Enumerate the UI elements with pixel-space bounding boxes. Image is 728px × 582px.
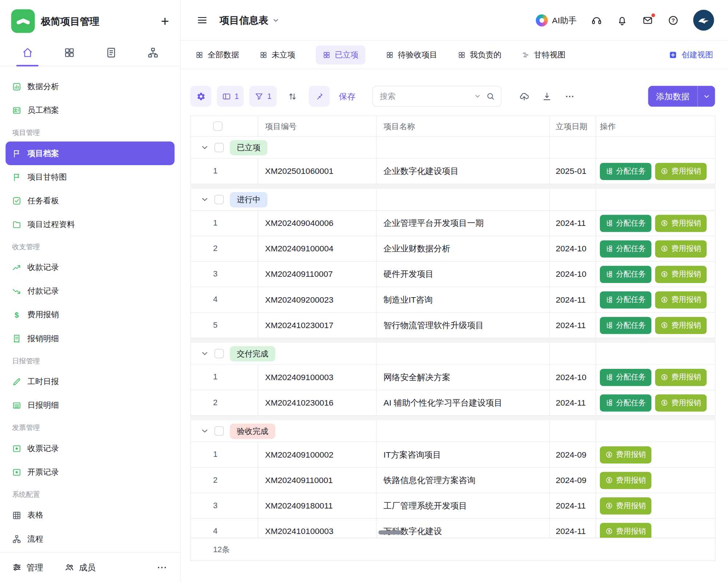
expense-claim-button[interactable]: $费用报销 bbox=[655, 394, 707, 411]
group-header-row[interactable]: 验收完成 bbox=[190, 420, 716, 442]
sidebar-item-16[interactable]: 收票记录 bbox=[5, 436, 174, 460]
table-row[interactable]: 1XM202501060001企业数字化建设项目2025-01分配任务$费用报销 bbox=[190, 159, 716, 184]
assign-task-button[interactable]: 分配任务 bbox=[600, 291, 652, 308]
sidebar-item-4[interactable]: 项目甘特图 bbox=[5, 165, 174, 189]
assign-task-button[interactable]: 分配任务 bbox=[600, 317, 652, 334]
sidebar-item-14[interactable]: 日报明细 bbox=[5, 394, 174, 417]
expense-claim-button[interactable]: $费用报销 bbox=[655, 291, 707, 308]
expense-claim-button[interactable]: $费用报销 bbox=[600, 497, 652, 514]
save-button[interactable]: 保存 bbox=[339, 91, 356, 102]
table-scroll-area[interactable]: 项目编号 项目名称 立项日期 操作 已立项1XM202501060001企业数字… bbox=[190, 116, 716, 538]
sidebar-item-1[interactable]: 员工档案 bbox=[5, 98, 174, 122]
table-row[interactable]: 4XM202410100003万科数字化建设2024-11$费用报销 bbox=[190, 519, 716, 538]
table-row[interactable]: 5XM202410230017智行物流管理软件升级项目2024-11分配任务$费… bbox=[190, 313, 716, 338]
inbox-icon[interactable] bbox=[642, 15, 653, 26]
table-row[interactable]: 2XM202409110001铁路信息化管理方案咨询2024-09$费用报销 bbox=[190, 468, 716, 493]
sidebar-tab-doc[interactable] bbox=[90, 39, 132, 66]
view-tab-0[interactable]: 全部数据 bbox=[195, 49, 239, 60]
sidebar-tab-home[interactable] bbox=[7, 39, 48, 66]
view-tab-4[interactable]: 我负责的 bbox=[458, 49, 502, 60]
sidebar-item-19[interactable]: 表格 bbox=[5, 503, 174, 527]
select-all-checkbox[interactable] bbox=[213, 121, 222, 131]
sidebar-item-8[interactable]: 收款记录 bbox=[5, 256, 174, 279]
import-cloud-icon[interactable] bbox=[519, 91, 529, 101]
group-checkbox[interactable] bbox=[214, 349, 224, 358]
sidebar-item-11[interactable]: 报销明细 bbox=[5, 327, 174, 350]
view-tab-2[interactable]: 已立项 bbox=[316, 45, 365, 64]
table-row[interactable]: 2XM202409100004企业业财数据分析2024-10分配任务$费用报销 bbox=[190, 236, 716, 262]
sidebar-item-13[interactable]: 工时日报 bbox=[5, 370, 174, 394]
table-row[interactable]: 3XM202409180011工厂管理系统开发项目2024-11$费用报销 bbox=[190, 493, 716, 519]
table-title-dropdown[interactable]: 项目信息表 bbox=[219, 14, 279, 27]
hidden-fields-button[interactable]: 1 bbox=[217, 86, 244, 107]
group-header-row[interactable]: 已立项 bbox=[190, 137, 716, 159]
sidebar-more-button[interactable]: ⋯ bbox=[157, 561, 168, 573]
more-actions-icon[interactable] bbox=[565, 91, 575, 101]
expense-claim-button[interactable]: $费用报销 bbox=[655, 368, 707, 386]
expense-claim-button[interactable]: $费用报销 bbox=[600, 446, 652, 463]
add-app-button[interactable]: + bbox=[161, 14, 169, 28]
assign-task-button[interactable]: 分配任务 bbox=[600, 368, 652, 386]
help-icon[interactable]: ? bbox=[668, 15, 679, 26]
table-row[interactable]: 1XM202409100003网络安全解决方案2024-10分配任务$费用报销 bbox=[190, 365, 716, 390]
sidebar-item-10[interactable]: $费用报销 bbox=[5, 303, 174, 327]
sidebar-item-3[interactable]: 项目档案 bbox=[5, 141, 174, 165]
add-data-dropdown[interactable] bbox=[698, 86, 715, 107]
members-button[interactable]: 成员 bbox=[64, 562, 95, 573]
sidebar-tab-flow[interactable] bbox=[132, 39, 174, 66]
group-checkbox[interactable] bbox=[214, 143, 224, 152]
horizontal-scrollbar[interactable] bbox=[379, 530, 402, 534]
group-checkbox[interactable] bbox=[214, 195, 224, 204]
expense-claim-button[interactable]: $费用报销 bbox=[655, 266, 707, 283]
sidebar-item-5[interactable]: 任务看板 bbox=[5, 189, 174, 212]
view-tab-1[interactable]: 未立项 bbox=[260, 49, 295, 60]
assign-task-button[interactable]: 分配任务 bbox=[600, 240, 652, 257]
filter-button[interactable]: 1 bbox=[250, 86, 277, 107]
expense-claim-button[interactable]: $费用报销 bbox=[655, 163, 707, 180]
settings-button[interactable] bbox=[190, 86, 211, 107]
expense-claim-button[interactable]: $费用报销 bbox=[600, 523, 652, 538]
sidebar-menu: 数据分析员工档案项目管理项目档案项目甘特图任务看板项目过程资料收支管理收款记录付… bbox=[0, 66, 180, 552]
assign-task-button[interactable]: 分配任务 bbox=[600, 266, 652, 283]
bell-icon[interactable] bbox=[617, 15, 628, 26]
assign-task-button[interactable]: 分配任务 bbox=[600, 394, 652, 411]
search-scope-chevron-icon[interactable] bbox=[474, 93, 480, 99]
sidebar-item-20[interactable]: 流程 bbox=[5, 527, 174, 551]
headset-icon[interactable] bbox=[591, 15, 602, 26]
expense-claim-button[interactable]: $费用报销 bbox=[655, 215, 707, 232]
table-row[interactable]: 4XM202409200023制造业IT咨询2024-11分配任务$费用报销 bbox=[190, 287, 716, 313]
sort-button[interactable] bbox=[282, 86, 303, 107]
pin-button[interactable] bbox=[309, 86, 329, 107]
sidebar-item-0[interactable]: 数据分析 bbox=[5, 75, 174, 98]
assign-task-button[interactable]: 分配任务 bbox=[600, 163, 652, 180]
expense-claim-button[interactable]: $费用报销 bbox=[655, 240, 707, 257]
view-tab-3[interactable]: 待验收项目 bbox=[386, 49, 438, 60]
view-tab-5[interactable]: 甘特视图 bbox=[522, 49, 566, 60]
add-data-button[interactable]: 添加数据 bbox=[648, 86, 715, 107]
user-avatar[interactable] bbox=[693, 10, 714, 31]
sidebar-item-17[interactable]: 开票记录 bbox=[5, 460, 174, 484]
sidebar-tab-grid4[interactable] bbox=[48, 39, 90, 66]
expense-claim-button[interactable]: $费用报销 bbox=[600, 472, 652, 489]
group-header-row[interactable]: 交付完成 bbox=[190, 343, 716, 365]
hamburger-menu-icon[interactable] bbox=[197, 15, 208, 26]
expense-claim-button[interactable]: $费用报销 bbox=[655, 317, 707, 334]
search-icon[interactable] bbox=[486, 92, 495, 101]
download-icon[interactable] bbox=[542, 91, 552, 101]
view-tab-create[interactable]: 创建视图 bbox=[669, 49, 713, 60]
table-row[interactable]: 3XM202409110007硬件开发项目2024-10分配任务$费用报销 bbox=[190, 262, 716, 287]
manage-button[interactable]: 管理 bbox=[12, 562, 43, 573]
table-row[interactable]: 1XM202409100002IT方案咨询项目2024-09$费用报销 bbox=[190, 442, 716, 468]
cell-start-date: 2024-09 bbox=[550, 442, 596, 467]
ai-assistant-button[interactable]: AI助手 bbox=[536, 14, 577, 26]
sidebar-item-6[interactable]: 项目过程资料 bbox=[5, 212, 174, 236]
assign-task-button[interactable]: 分配任务 bbox=[600, 215, 652, 232]
search-input[interactable] bbox=[379, 91, 475, 101]
search-box[interactable] bbox=[372, 86, 502, 107]
group-gap bbox=[190, 184, 716, 189]
group-header-row[interactable]: 进行中 bbox=[190, 189, 716, 211]
table-row[interactable]: 1XM202409040006企业管理平台开发项目一期2024-11分配任务$费… bbox=[190, 211, 716, 236]
table-row[interactable]: 2XM202410230016AI 辅助个性化学习平台建设项目2024-11分配… bbox=[190, 390, 716, 416]
sidebar-item-9[interactable]: 付款记录 bbox=[5, 279, 174, 303]
group-checkbox[interactable] bbox=[214, 426, 224, 436]
